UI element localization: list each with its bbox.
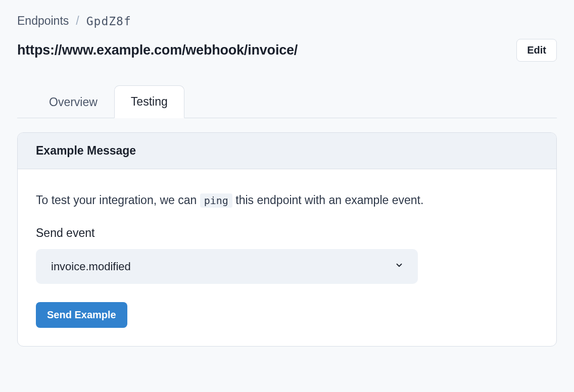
title-row: https://www.example.com/webhook/invoice/…: [17, 39, 557, 62]
panel-body: To test your integration, we can ping th…: [18, 169, 556, 346]
event-select[interactable]: invoice.modified: [36, 249, 418, 284]
page-title: https://www.example.com/webhook/invoice/: [17, 42, 298, 58]
tab-testing[interactable]: Testing: [114, 85, 184, 118]
breadcrumb-separator: /: [76, 14, 79, 28]
panel-title: Example Message: [18, 133, 556, 169]
intro-pre: To test your integration, we can: [36, 193, 200, 207]
example-message-panel: Example Message To test your integration…: [17, 132, 557, 347]
breadcrumb-id: GpdZ8f: [86, 15, 131, 28]
intro-text: To test your integration, we can ping th…: [36, 191, 538, 209]
intro-code: ping: [200, 193, 232, 208]
breadcrumb-root[interactable]: Endpoints: [17, 14, 69, 28]
intro-post: this endpoint with an example event.: [232, 193, 423, 207]
edit-button[interactable]: Edit: [516, 39, 557, 62]
tabs: Overview Testing: [17, 85, 557, 118]
tab-overview[interactable]: Overview: [32, 86, 114, 118]
send-example-button[interactable]: Send Example: [36, 302, 127, 328]
send-event-label: Send event: [36, 226, 538, 240]
breadcrumb: Endpoints / GpdZ8f: [17, 14, 557, 28]
event-select-wrap: invoice.modified: [36, 249, 418, 284]
